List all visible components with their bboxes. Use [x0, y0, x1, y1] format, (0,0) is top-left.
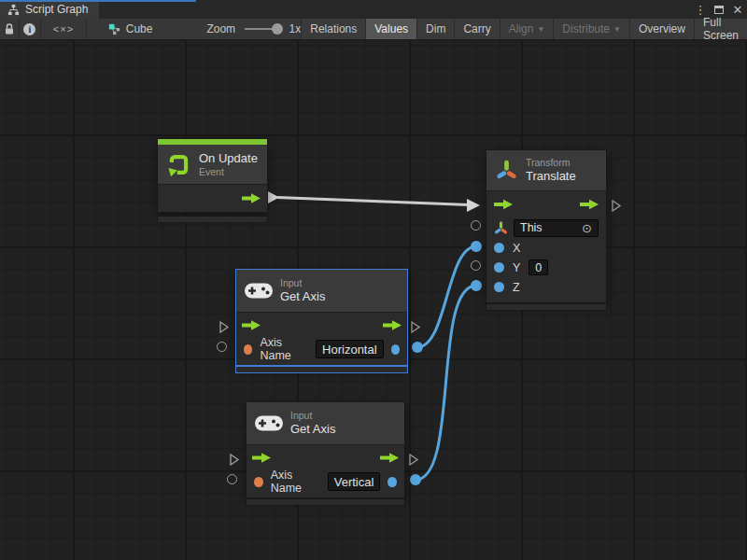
getaxis-v-string-port-marker[interactable] — [227, 474, 237, 484]
this-input-port-marker[interactable] — [471, 220, 481, 231]
string-input-port[interactable] — [244, 344, 252, 355]
control-input-port[interactable] — [242, 320, 261, 331]
object-picker-icon[interactable]: ⊙ — [582, 221, 592, 235]
value-input-port-y[interactable] — [494, 262, 504, 273]
wire-endpoint-dot[interactable] — [410, 474, 421, 485]
control-input-port[interactable] — [494, 199, 513, 210]
focused-tab-indicator — [0, 0, 196, 2]
wire-endpoint-dot[interactable] — [412, 342, 423, 353]
node-footer[interactable] — [246, 498, 405, 506]
gamepad-icon — [255, 413, 283, 433]
node-category: Input — [280, 277, 325, 289]
tab-script-graph[interactable]: Script Graph — [0, 0, 99, 19]
script-graph-window: Script Graph ⋮ ✕ i <×> — [0, 0, 747, 560]
node-title: On Update — [199, 151, 258, 166]
code-icon: <×> — [53, 23, 74, 35]
gamepad-icon — [245, 281, 273, 301]
this-field-value: This — [520, 221, 543, 234]
graph-target-icon — [107, 22, 121, 36]
align-label: Align — [509, 22, 534, 35]
node-header[interactable]: Input Get Axis — [236, 270, 407, 312]
zoom-slider[interactable] — [245, 28, 279, 30]
node-get-axis-horizontal[interactable]: Input Get Axis Axis Name Horizontal — [235, 269, 408, 366]
values-button[interactable]: Values — [365, 19, 416, 39]
node-header[interactable]: Input Get Axis — [247, 402, 404, 444]
control-output-port[interactable] — [380, 453, 399, 464]
node-footer[interactable] — [235, 366, 408, 373]
node-subtitle: Event — [199, 166, 258, 178]
control-output-port[interactable] — [242, 193, 261, 204]
y-input-port-marker[interactable] — [471, 260, 481, 271]
value-input-port-z[interactable] — [494, 282, 504, 292]
info-button[interactable]: i — [20, 19, 42, 39]
update-event-icon — [166, 152, 191, 177]
node-category: Input — [290, 410, 335, 422]
value-output-port[interactable] — [388, 477, 397, 487]
control-input-port[interactable] — [252, 453, 271, 464]
dim-button[interactable]: Dim — [416, 19, 454, 39]
getaxis-h-string-port-marker[interactable] — [217, 342, 227, 352]
relations-button[interactable]: Relations — [301, 19, 365, 39]
node-title: Get Axis — [280, 289, 325, 304]
node-get-axis-vertical[interactable]: Input Get Axis Axis Name Vertical — [246, 401, 405, 498]
transform-icon — [494, 221, 508, 235]
lock-icon — [4, 22, 15, 35]
zoom-slider-handle[interactable] — [272, 23, 283, 35]
node-header[interactable]: Transform Translate — [486, 150, 606, 190]
axis-name-field[interactable]: Horizontal — [316, 340, 384, 358]
zoom-label: Zoom — [206, 22, 235, 35]
edit-graph-button[interactable]: <×> — [41, 19, 87, 39]
tab-bar: Script Graph ⋮ ✕ — [0, 0, 747, 19]
y-value-field[interactable]: 0 — [529, 259, 548, 275]
value-input-port-x[interactable] — [494, 243, 504, 253]
value-wire-horizontal-to-x[interactable] — [417, 246, 476, 347]
control-wire-arrowhead — [467, 199, 480, 212]
value-wire-vertical-to-z[interactable] — [416, 286, 476, 480]
port-label-x: X — [513, 242, 520, 255]
node-footer[interactable] — [486, 303, 607, 311]
axis-name-field[interactable]: Vertical — [328, 472, 381, 491]
graph-target-label: Cube — [126, 22, 153, 35]
control-output-port[interactable] — [580, 199, 599, 210]
node-translate[interactable]: Transform Translate This — [486, 149, 607, 303]
value-output-port[interactable] — [391, 344, 400, 355]
port-label-z: Z — [513, 281, 520, 294]
overview-button[interactable]: Overview — [629, 19, 694, 39]
toolbar-buttons: Relations Values Dim Carry Align ▼ Distr… — [301, 19, 747, 39]
chevron-down-icon: ▼ — [537, 25, 544, 34]
graph-target[interactable]: Cube — [107, 19, 153, 39]
wire-endpoint-dot[interactable] — [471, 241, 482, 252]
distribute-dropdown[interactable]: Distribute ▼ — [553, 19, 629, 39]
info-icon: i — [23, 23, 35, 35]
carry-button[interactable]: Carry — [454, 19, 499, 39]
this-object-field[interactable]: This ⊙ — [514, 219, 599, 237]
graph-hierarchy-icon — [7, 4, 20, 16]
node-title: Translate — [526, 169, 576, 184]
full-screen-button[interactable]: Full Screen — [694, 19, 747, 39]
getaxis-h-output-triangle[interactable] — [410, 320, 421, 338]
node-footer[interactable] — [157, 216, 268, 223]
graph-toolbar: i <×> Cube Zoom 1x Relations Values Dim … — [0, 19, 747, 40]
getaxis-h-input-triangle[interactable] — [218, 320, 230, 338]
lock-button[interactable] — [0, 19, 20, 39]
maximize-glyph — [714, 6, 724, 14]
port-label-y: Y — [513, 261, 520, 274]
wire-endpoint-dot[interactable] — [471, 280, 482, 291]
axis-name-label: Axis Name — [260, 336, 308, 362]
control-wire-onupdate-to-translate[interactable] — [277, 198, 469, 205]
distribute-label: Distribute — [562, 22, 610, 35]
translate-output-triangle[interactable] — [611, 199, 622, 217]
axis-name-label: Axis Name — [271, 469, 320, 495]
node-category: Transform — [526, 157, 576, 169]
transform-icon — [495, 159, 518, 182]
node-title: Get Axis — [290, 422, 335, 437]
tab-title: Script Graph — [25, 3, 88, 16]
node-header[interactable]: On Update Event — [158, 145, 267, 184]
control-output-port[interactable] — [383, 320, 402, 331]
getaxis-v-input-triangle[interactable] — [229, 453, 240, 470]
node-on-update[interactable]: On Update Event — [157, 138, 268, 213]
getaxis-v-output-triangle[interactable] — [408, 453, 419, 470]
string-input-port[interactable] — [254, 477, 263, 487]
align-dropdown[interactable]: Align ▼ — [500, 19, 554, 39]
graph-canvas[interactable]: On Update Event Transform — [0, 40, 747, 560]
